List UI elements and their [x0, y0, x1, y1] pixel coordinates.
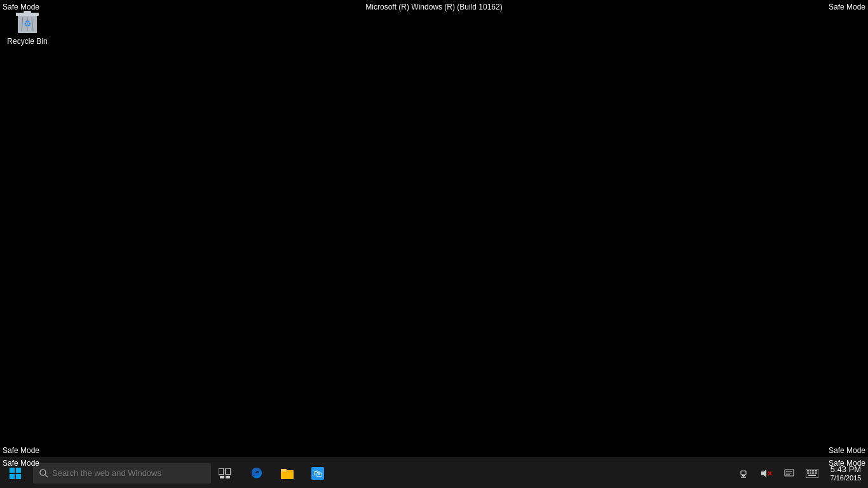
search-box[interactable]: [33, 463, 211, 484]
svg-rect-38: [810, 472, 811, 473]
store-icon: 🛍: [311, 466, 325, 480]
windows-build-title: Microsoft (R) Windows (R) (Build 10162): [365, 3, 502, 11]
desktop: Safe Mode Safe Mode Safe Mode Safe Mode …: [0, 0, 868, 458]
network-icon-button[interactable]: [732, 458, 755, 489]
keyboard-icon-button[interactable]: [801, 458, 824, 489]
svg-rect-34: [810, 470, 811, 471]
action-center-icon: [784, 468, 794, 478]
svg-rect-16: [226, 476, 230, 478]
svg-point-11: [40, 470, 46, 475]
task-view-button[interactable]: [211, 458, 239, 489]
recycle-bin-icon[interactable]: ♻ Recycle Bin: [5, 6, 50, 46]
svg-rect-37: [807, 472, 809, 473]
svg-rect-21: [741, 471, 746, 475]
svg-rect-2: [24, 11, 31, 13]
search-icon: [39, 469, 48, 478]
svg-line-12: [45, 475, 48, 477]
svg-rect-14: [226, 468, 231, 475]
svg-rect-35: [812, 470, 814, 471]
pinned-apps: 🛍: [241, 458, 333, 489]
safe-mode-bottom-left: Safe Mode: [3, 446, 39, 455]
recycle-bin-graphic: ♻: [15, 6, 40, 34]
taskbar-safe-mode-right: Safe Mode: [829, 459, 865, 468]
svg-rect-9: [10, 474, 15, 479]
keyboard-icon: [806, 469, 818, 478]
svg-rect-40: [815, 472, 817, 473]
safe-mode-top-right: Safe Mode: [829, 3, 865, 11]
svg-rect-41: [808, 475, 816, 476]
svg-rect-39: [812, 472, 814, 473]
svg-text:🛍: 🛍: [313, 468, 322, 478]
safe-mode-bottom-right: Safe Mode: [829, 446, 865, 455]
taskbar: Safe Mode Safe Mode: [0, 458, 868, 488]
svg-rect-7: [10, 468, 15, 473]
svg-rect-10: [16, 474, 21, 479]
volume-icon: [761, 468, 772, 478]
svg-rect-8: [16, 468, 21, 473]
svg-rect-22: [742, 475, 745, 476]
svg-rect-36: [815, 470, 817, 471]
network-icon: [738, 468, 749, 478]
file-explorer-icon: [280, 467, 294, 480]
recycle-bin-label: Recycle Bin: [7, 37, 47, 46]
taskbar-safe-mode-left: Safe Mode: [3, 459, 39, 468]
svg-rect-18: [281, 469, 287, 471]
search-input[interactable]: [52, 468, 205, 478]
edge-icon: [250, 466, 264, 480]
svg-marker-25: [761, 470, 766, 477]
edge-icon-button[interactable]: [241, 458, 272, 489]
clock-date: 7/16/2015: [831, 474, 862, 482]
svg-rect-33: [807, 470, 809, 471]
svg-rect-13: [219, 468, 224, 475]
action-center-button[interactable]: [778, 458, 801, 489]
task-view-icon: [219, 468, 231, 478]
file-explorer-button[interactable]: [272, 458, 302, 489]
store-button[interactable]: 🛍: [302, 458, 333, 489]
volume-icon-button[interactable]: [755, 458, 778, 489]
svg-rect-15: [220, 476, 224, 478]
